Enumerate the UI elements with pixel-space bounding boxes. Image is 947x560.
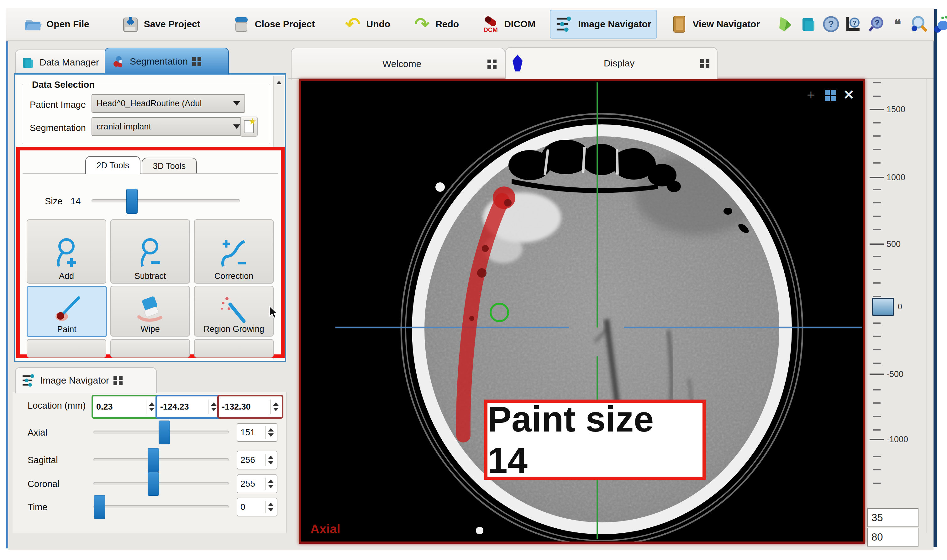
- level-window-slider-handle[interactable]: [872, 298, 894, 316]
- marker-icon[interactable]: [777, 15, 795, 33]
- patient-image-dropdown[interactable]: Head^0_HeadRoutine (Adul: [92, 94, 245, 113]
- new-segmentation-button[interactable]: ★: [240, 117, 258, 137]
- spin-arrows[interactable]: [270, 400, 279, 414]
- spin-arrows[interactable]: [208, 400, 217, 414]
- new-segmentation-icon: ★: [244, 120, 254, 133]
- ruler-tick: [873, 189, 881, 190]
- tool-button-subtract[interactable]: Subtract: [110, 219, 190, 284]
- dicom-button[interactable]: DCM DICOM: [476, 10, 540, 38]
- tool-button-paint[interactable]: Paint: [27, 286, 107, 337]
- location-label: Location (mm): [28, 400, 86, 411]
- ruler-major-tick: [870, 374, 884, 375]
- level-input[interactable]: 35: [867, 508, 918, 527]
- correction-tool-label: Correction: [214, 271, 254, 281]
- size-slider-handle[interactable]: [126, 189, 138, 214]
- subtract-tool-icon: [136, 235, 165, 270]
- help-icon[interactable]: ?: [822, 15, 840, 33]
- segmentation-dropdown[interactable]: cranial implant: [92, 117, 245, 136]
- tab-3d-tools[interactable]: 3D Tools: [142, 158, 197, 174]
- tool-button-partial[interactable]: [27, 339, 106, 358]
- dropdown-arrow-icon: [233, 125, 240, 129]
- image-navigator-button[interactable]: Image Navigator: [550, 10, 657, 38]
- help-log-icon[interactable]: ?: [844, 15, 863, 33]
- sagittal-slider-handle[interactable]: [148, 448, 159, 472]
- time-slider-track[interactable]: [93, 505, 229, 508]
- patient-image-label: Patient Image: [30, 100, 86, 110]
- coronal-slider-label: Coronal: [28, 479, 60, 489]
- image-navigator-tab-label: Image Navigator: [40, 375, 109, 386]
- sagittal-slider-track[interactable]: [93, 458, 229, 461]
- save-project-icon: [121, 15, 140, 33]
- tool-button-wipe[interactable]: Wipe: [110, 286, 190, 337]
- coronal-slider-handle[interactable]: [148, 472, 159, 496]
- ruler-tick: [873, 323, 881, 324]
- undo-icon: ↶: [344, 15, 362, 33]
- size-slider-track[interactable]: [92, 199, 240, 202]
- help-search-icon[interactable]: ?: [867, 15, 885, 33]
- ruler-major-tick: [870, 439, 884, 440]
- 2d-tools-label: 2D Tools: [97, 161, 129, 171]
- tab-data-manager[interactable]: Data Manager: [15, 49, 115, 75]
- save-project-button[interactable]: Save Project: [116, 10, 205, 38]
- level-window-ruler[interactable]: 15001000500-500-1000 0 35 80: [868, 79, 933, 549]
- size-label: Size: [45, 196, 62, 206]
- spin-arrows[interactable]: [265, 501, 274, 513]
- location-y-value: -124.23: [160, 402, 189, 412]
- scrollbar-up-button[interactable]: [275, 78, 283, 87]
- undo-button[interactable]: ↶ Undo: [339, 10, 396, 38]
- view-navigator-label: View Navigator: [693, 19, 760, 29]
- tool-button-partial[interactable]: [110, 339, 190, 358]
- open-file-icon: [24, 15, 42, 33]
- spin-arrows[interactable]: [265, 478, 274, 490]
- axial-spinbox[interactable]: 151: [237, 423, 277, 442]
- redo-button[interactable]: ↷ Redo: [408, 10, 464, 38]
- detach-icon[interactable]: [192, 57, 201, 66]
- tool-button-region-growing[interactable]: Region Growing: [194, 286, 274, 337]
- axial-slider-handle[interactable]: [159, 420, 170, 445]
- zoom-icon[interactable]: [910, 15, 929, 33]
- window-input[interactable]: 80: [867, 528, 918, 546]
- tool-button-add[interactable]: Add: [27, 219, 106, 284]
- tab-segmentation[interactable]: Segmentation: [105, 48, 229, 75]
- detach-icon[interactable]: [114, 376, 123, 385]
- wipe-tool-icon: [134, 295, 166, 324]
- detach-icon[interactable]: [700, 59, 709, 68]
- tab-2d-tools[interactable]: 2D Tools: [85, 156, 140, 174]
- tab-display[interactable]: Display: [505, 47, 718, 79]
- spin-arrows[interactable]: [265, 454, 274, 466]
- paint-tool-label: Paint: [57, 325, 77, 334]
- dicom-label: DICOM: [504, 19, 536, 29]
- hand-tool-icon[interactable]: [933, 15, 947, 33]
- ruler-tick: [873, 215, 881, 217]
- region-growing-tool-icon: [218, 295, 249, 324]
- view-navigator-button[interactable]: View Navigator: [665, 10, 765, 38]
- tools-tab-divider: [23, 173, 279, 174]
- coronal-spinbox[interactable]: 255: [237, 474, 277, 493]
- open-file-button[interactable]: Open File: [19, 10, 94, 38]
- tool-button-partial[interactable]: [194, 339, 274, 358]
- spin-arrows[interactable]: [265, 426, 274, 438]
- close-project-button[interactable]: Close Project: [227, 10, 320, 38]
- view-crosshair-toggle-icon[interactable]: +: [807, 87, 815, 103]
- mouse-cursor: [268, 306, 280, 319]
- view-settings-icon[interactable]: ✕: [843, 87, 854, 103]
- ruler-tick-label: 1000: [887, 173, 905, 182]
- time-slider-handle[interactable]: [94, 495, 105, 519]
- tab-image-navigator[interactable]: Image Navigator: [15, 367, 157, 393]
- location-y-spinbox[interactable]: -124.23: [156, 395, 221, 418]
- ruler-tick: [873, 335, 881, 337]
- citations-icon[interactable]: ❝: [888, 15, 907, 33]
- spin-arrows[interactable]: [146, 400, 154, 414]
- ruler-tick: [873, 202, 881, 203]
- location-z-spinbox[interactable]: -132.30: [217, 395, 283, 418]
- tool-button-correction[interactable]: Correction: [194, 219, 274, 284]
- detach-icon[interactable]: [487, 60, 497, 69]
- coronal-slider-track[interactable]: [93, 482, 229, 485]
- view-layout-grid-icon[interactable]: [824, 90, 836, 103]
- ruler-tick: [873, 122, 881, 123]
- time-spinbox[interactable]: 0: [237, 498, 277, 517]
- tab-welcome[interactable]: Welcome: [291, 48, 505, 80]
- location-x-spinbox[interactable]: 0.23: [92, 395, 159, 418]
- sagittal-spinbox[interactable]: 256: [237, 451, 277, 469]
- scene-cube-icon[interactable]: [799, 15, 818, 33]
